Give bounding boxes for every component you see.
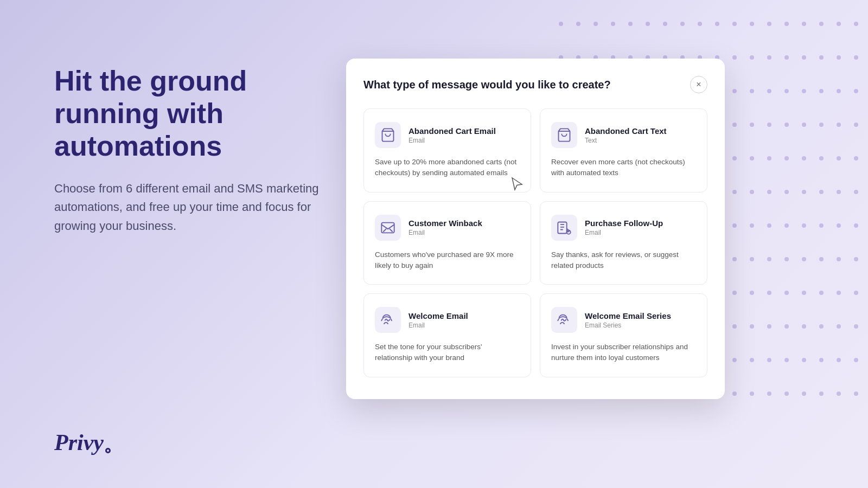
decorative-dot [819, 89, 824, 93]
decorative-dot [732, 257, 737, 261]
decorative-dot [750, 156, 754, 160]
card-desc-purchase-followup: Say thanks, ask for reviews, or suggest … [551, 249, 696, 272]
decorative-dot [784, 190, 789, 194]
decorative-dot [767, 257, 771, 261]
decorative-dot [854, 123, 858, 127]
card-title-abandoned-cart-email: Abandoned Cart Email [409, 126, 496, 136]
modal-title: What type of message would you like to c… [363, 79, 611, 91]
decorative-dot [732, 55, 737, 60]
purchase-followup-icon [551, 215, 577, 241]
decorative-dot [802, 156, 806, 160]
card-badge-welcome-email: Email [409, 322, 468, 329]
card-desc-abandoned-cart-email: Save up to 20% more abandoned carts (not… [375, 157, 520, 179]
decorative-dot [767, 123, 771, 127]
card-abandoned-cart-email[interactable]: Abandoned Cart Email Email Save up to 20… [363, 108, 531, 192]
decorative-dot [854, 223, 858, 228]
decorative-dot [819, 358, 824, 362]
card-welcome-email[interactable]: Welcome Email Email Set the tone for you… [363, 293, 531, 377]
decorative-dot [680, 22, 685, 26]
decorative-dot [750, 89, 754, 93]
decorative-dot [819, 257, 824, 261]
decorative-dot [802, 22, 806, 26]
decorative-dot [837, 156, 841, 160]
card-desc-welcome-email-series: Invest in your subscriber relationships … [551, 342, 696, 364]
decorative-dot [732, 89, 737, 93]
decorative-dot [819, 22, 824, 26]
customer-winback-icon [375, 215, 401, 241]
cart-icon [380, 127, 395, 143]
decorative-dot [854, 190, 858, 194]
abandoned-cart-email-icon [375, 122, 401, 148]
decorative-dot [767, 156, 771, 160]
welcome-email-icon [375, 307, 401, 333]
card-title-abandoned-cart-text: Abandoned Cart Text [585, 126, 667, 136]
wave-icon [380, 312, 395, 328]
decorative-dot [819, 190, 824, 194]
decorative-dot [698, 22, 702, 26]
decorative-dot [767, 55, 771, 60]
decorative-dot [750, 291, 754, 295]
decorative-dot [750, 257, 754, 261]
message-type-modal: What type of message would you like to c… [346, 59, 725, 399]
decorative-dot [784, 223, 789, 228]
cart-text-icon [557, 127, 572, 143]
decorative-dot [837, 190, 841, 194]
decorative-dot [819, 391, 824, 396]
decorative-dot [767, 291, 771, 295]
page-subtext: Choose from 6 different email and SMS ma… [54, 179, 326, 235]
decorative-dot [802, 223, 806, 228]
decorative-dot [837, 291, 841, 295]
card-desc-welcome-email: Set the tone for your subscribers' relat… [375, 342, 520, 364]
decorative-dot [819, 156, 824, 160]
decorative-dot [732, 391, 737, 396]
decorative-dot [837, 22, 841, 26]
decorative-dot [802, 324, 806, 329]
card-welcome-email-series[interactable]: Welcome Email Series Email Series Invest… [540, 293, 707, 377]
decorative-dot [732, 291, 737, 295]
decorative-dot [767, 324, 771, 329]
decorative-dot [663, 22, 667, 26]
decorative-dot [854, 257, 858, 261]
card-abandoned-cart-text[interactable]: Abandoned Cart Text Text Recover even mo… [540, 108, 707, 192]
decorative-dot [750, 223, 754, 228]
card-desc-winback: Customers who've purchased are 9X more l… [375, 249, 520, 272]
decorative-dot [802, 257, 806, 261]
decorative-dot [784, 324, 789, 329]
decorative-dot [784, 257, 789, 261]
card-badge-winback: Email [409, 229, 482, 236]
decorative-dot [837, 123, 841, 127]
decorative-dot [784, 291, 789, 295]
card-badge-purchase-followup: Email [585, 229, 663, 236]
decorative-dot [837, 257, 841, 261]
decorative-dot [802, 89, 806, 93]
decorative-dot [854, 22, 858, 26]
decorative-dot [784, 123, 789, 127]
decorative-dot [837, 358, 841, 362]
decorative-dot [802, 391, 806, 396]
decorative-dot [837, 223, 841, 228]
decorative-dot [837, 89, 841, 93]
page-headline: Hit the ground running with automations [54, 65, 326, 162]
privy-logo: Privy [54, 429, 111, 455]
card-title-winback: Customer Winback [409, 219, 482, 228]
close-button[interactable]: × [690, 76, 707, 93]
decorative-dot [732, 324, 737, 329]
cards-grid: Abandoned Cart Email Email Save up to 20… [363, 108, 707, 377]
decorative-dot [750, 55, 754, 60]
decorative-dot [767, 223, 771, 228]
winback-icon [380, 220, 395, 235]
decorative-dot [784, 89, 789, 93]
card-badge-welcome-email-series: Email Series [585, 322, 671, 329]
svg-rect-3 [558, 222, 566, 233]
modal-header: What type of message would you like to c… [363, 76, 707, 93]
decorative-dot [767, 22, 771, 26]
decorative-dot [732, 358, 737, 362]
decorative-dot [819, 291, 824, 295]
card-customer-winback[interactable]: Customer Winback Email Customers who've … [363, 201, 531, 285]
decorative-dot [837, 324, 841, 329]
decorative-dot [854, 89, 858, 93]
decorative-dot [732, 156, 737, 160]
card-badge-abandoned-cart-text: Text [585, 137, 667, 144]
card-purchase-followup[interactable]: Purchase Follow-Up Email Say thanks, ask… [540, 201, 707, 285]
welcome-email-series-icon [551, 307, 577, 333]
